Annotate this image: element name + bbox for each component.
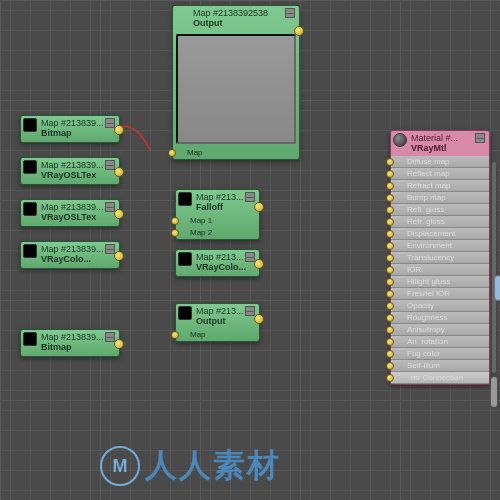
- slot-bump-map[interactable]: Bump map: [391, 192, 489, 204]
- input-pin[interactable]: [386, 314, 394, 322]
- output-pin[interactable]: [254, 314, 264, 324]
- input-pin[interactable]: [386, 266, 394, 274]
- input-pin[interactable]: [168, 149, 176, 157]
- slot-an-rotation[interactable]: An. rotation: [391, 336, 489, 348]
- output-pin[interactable]: [114, 209, 124, 219]
- input-pin[interactable]: [386, 326, 394, 334]
- minimize-button[interactable]: —: [245, 306, 255, 316]
- minimize-button[interactable]: —: [245, 192, 255, 202]
- slot-displacement[interactable]: Displacement: [391, 228, 489, 240]
- scrollbar-thumb[interactable]: [491, 377, 497, 407]
- minimize-button[interactable]: —: [475, 133, 485, 143]
- node-output-preview[interactable]: Map #2138392538 Output — Map: [172, 5, 300, 160]
- node-header[interactable]: Map #213839...VRayOSLTex—: [21, 200, 119, 225]
- slot-fog-color[interactable]: Fog color: [391, 348, 489, 360]
- slot-reflect-map[interactable]: Reflect map: [391, 168, 489, 180]
- node-header[interactable]: Map #213...Output—: [176, 304, 259, 329]
- slot-anisotropy[interactable]: Anisotropy: [391, 324, 489, 336]
- input-pin[interactable]: [386, 170, 394, 178]
- node-vrayosltex[interactable]: Map #213839...VRayOSLTex—: [20, 199, 120, 227]
- texture-preview[interactable]: [176, 34, 296, 144]
- node-subtitle: Output: [193, 18, 223, 28]
- input-pin[interactable]: [386, 206, 394, 214]
- node-bitmap[interactable]: Map #213839...Bitmap—: [20, 329, 120, 357]
- thumb-icon: [23, 202, 37, 216]
- thumb-icon: [178, 306, 192, 320]
- thumb-icon: [178, 192, 192, 206]
- slot-map1[interactable]: Map 1: [176, 215, 259, 227]
- minimize-button[interactable]: —: [285, 8, 295, 18]
- slot-mr-connection[interactable]: mr Connection: [391, 372, 489, 384]
- output-pin[interactable]: [114, 339, 124, 349]
- input-pin[interactable]: [386, 218, 394, 226]
- minimize-button[interactable]: —: [105, 118, 115, 128]
- input-pin[interactable]: [386, 254, 394, 262]
- node-header[interactable]: Map #213839...Bitmap—: [21, 116, 119, 141]
- node-header[interactable]: Map #213839...Bitmap—: [21, 330, 119, 355]
- node-header[interactable]: Map #213...Falloff—: [176, 190, 259, 215]
- input-pin[interactable]: [386, 350, 394, 358]
- output-pin[interactable]: [114, 251, 124, 261]
- slot-diffuse-map[interactable]: Diffuse map: [391, 156, 489, 168]
- minimize-button[interactable]: —: [105, 202, 115, 212]
- slot-refl-gloss[interactable]: Refl. gloss: [391, 204, 489, 216]
- slot-ior[interactable]: IOR: [391, 264, 489, 276]
- slot-refract-map[interactable]: Refract map: [391, 180, 489, 192]
- output-pin[interactable]: [114, 167, 124, 177]
- output-pin[interactable]: [294, 26, 304, 36]
- watermark: M 人人素材: [100, 444, 281, 488]
- slot-translucency[interactable]: Translucency: [391, 252, 489, 264]
- output-pin[interactable]: [254, 259, 264, 269]
- slot-self-illum[interactable]: Self-illum: [391, 360, 489, 372]
- input-pin[interactable]: [171, 229, 179, 237]
- node-vraycolor[interactable]: Map #213...VRayColo...—: [175, 249, 260, 277]
- node-vrayosltex[interactable]: Map #213839...VRayOSLTex—: [20, 157, 120, 185]
- thumb-icon: [178, 252, 192, 266]
- input-pin[interactable]: [386, 242, 394, 250]
- scrollbar[interactable]: [491, 161, 497, 374]
- input-pin[interactable]: [386, 230, 394, 238]
- slot-map[interactable]: Map: [173, 147, 299, 159]
- node-vraycolor[interactable]: Map #213839...VRayColo...—: [20, 241, 120, 269]
- minimize-button[interactable]: —: [105, 244, 115, 254]
- input-pin[interactable]: [386, 338, 394, 346]
- input-pin[interactable]: [386, 182, 394, 190]
- node-falloff[interactable]: Map #213...Falloff— Map 1 Map 2: [175, 189, 260, 240]
- node-header[interactable]: Map #213839...VRayColo...—: [21, 242, 119, 267]
- slot-hilight-gloss[interactable]: Hilight gloss: [391, 276, 489, 288]
- input-pin[interactable]: [386, 290, 394, 298]
- watermark-text: 人人素材: [145, 444, 281, 488]
- node-bitmap[interactable]: Map #213839...Bitmap—: [20, 115, 120, 143]
- output-pin[interactable]: [114, 125, 124, 135]
- slot-map[interactable]: Map: [176, 329, 259, 341]
- input-pin[interactable]: [386, 374, 394, 382]
- panel-handle[interactable]: [494, 275, 500, 301]
- input-pin[interactable]: [386, 362, 394, 370]
- input-pin[interactable]: [386, 278, 394, 286]
- input-pin[interactable]: [386, 158, 394, 166]
- slot-refr-gloss[interactable]: Refr. gloss: [391, 216, 489, 228]
- slot-map2[interactable]: Map 2: [176, 227, 259, 239]
- input-pin[interactable]: [171, 331, 179, 339]
- minimize-button[interactable]: —: [105, 332, 115, 342]
- input-pin[interactable]: [171, 217, 179, 225]
- node-header[interactable]: Map #213839...VRayOSLTex—: [21, 158, 119, 183]
- slot-roughness[interactable]: Roughness: [391, 312, 489, 324]
- slot-environment[interactable]: Environment: [391, 240, 489, 252]
- thumb-icon: [23, 160, 37, 174]
- node-header[interactable]: Material #...VRayMtl—: [391, 131, 489, 156]
- node-header[interactable]: Map #2138392538 Output —: [173, 6, 299, 31]
- thumb-icon: [23, 118, 37, 132]
- input-pin[interactable]: [386, 302, 394, 310]
- minimize-button[interactable]: —: [105, 160, 115, 170]
- output-pin[interactable]: [254, 202, 264, 212]
- material-sphere-icon: [393, 133, 407, 147]
- input-pin[interactable]: [386, 194, 394, 202]
- slot-opacity[interactable]: Opacity: [391, 300, 489, 312]
- node-header[interactable]: Map #213...VRayColo...—: [176, 250, 259, 275]
- slot-fresnel-ior[interactable]: Fresnel IOR: [391, 288, 489, 300]
- minimize-button[interactable]: —: [245, 252, 255, 262]
- node-vraymtl[interactable]: Material #...VRayMtl— Diffuse mapReflect…: [390, 130, 490, 385]
- thumb-icon: [23, 332, 37, 346]
- node-output[interactable]: Map #213...Output— Map: [175, 303, 260, 342]
